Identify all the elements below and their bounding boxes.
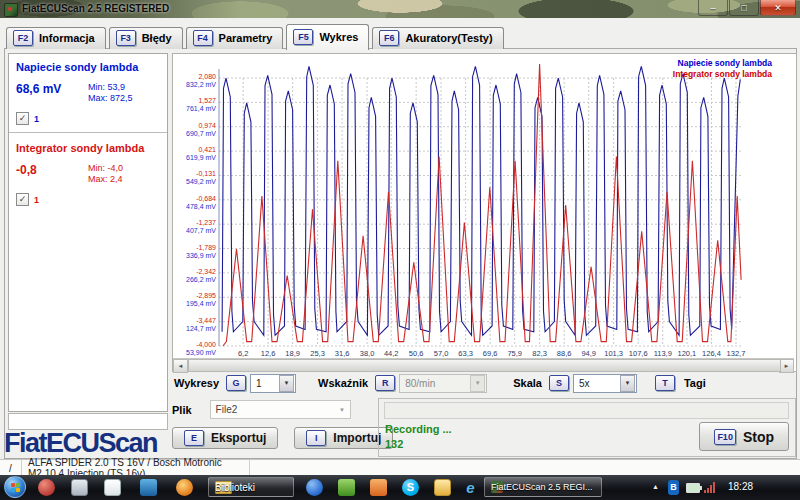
stop-button[interactable]: F10 Stop [699,422,789,451]
tab-bledy[interactable]: F3 Błędy [109,27,183,49]
tray-app-icon-orange[interactable] [370,479,387,496]
t-key-button[interactable]: T [655,375,675,391]
tab-informacja[interactable]: F2 Informacja [6,27,106,49]
stop-label: Stop [743,429,774,445]
divider [9,132,167,133]
internet-explorer-icon[interactable]: e [462,479,479,496]
pinned-app-icon-window[interactable] [71,479,88,496]
y-tick-blue: 266,2 mV [186,276,216,283]
start-button[interactable] [4,476,26,498]
maximize-button[interactable]: □ [729,0,759,16]
indicator-select[interactable]: 80/min ▼ [399,374,487,393]
y-tick-blue: 336,9 mV [186,252,216,259]
y-tick-blue: 195,4 mV [186,300,216,307]
y-tick-red: -0,684 [196,195,216,202]
folder-app-icon[interactable] [434,479,451,496]
x-tick-label: 31,6 [335,349,350,358]
app-icon [4,3,18,17]
recording-status: Recording ... [385,423,452,435]
minimize-button[interactable]: – [698,0,728,16]
y-tick-red: -2,895 [196,292,216,299]
tab-label: Wykres [319,31,358,43]
x-tick-label: 50,6 [409,349,424,358]
indicator-value: 80/min [405,378,435,389]
s-key-button[interactable]: S [549,375,569,391]
tray-app-icon-green[interactable] [338,479,355,496]
channel-label: 1 [34,114,39,124]
close-button[interactable]: ✕ [760,0,796,16]
windows-flag-icon [11,483,20,492]
g-key-button[interactable]: G [226,375,246,391]
pinned-app-icon-red[interactable] [38,479,55,496]
param-max: Max: 2,4 [88,174,123,185]
recording-count: 132 [385,438,403,450]
legend-integrator: Integrator sondy lambda [673,69,772,80]
tab-parametry[interactable]: F4 Parametry [186,27,284,49]
channel-checkbox[interactable]: ✓ [16,193,29,206]
pinned-app-icon-document[interactable] [104,479,121,496]
chevron-down-icon: ▼ [279,375,294,392]
window-controls: – □ ✕ [697,0,796,16]
import-label: Importuj [333,431,381,445]
battery-icon[interactable] [686,483,700,493]
scrollbar-thumb[interactable] [188,359,781,372]
channel-label: 1 [34,195,39,205]
file-select[interactable]: File2 ▼ [210,400,351,419]
progress-bar [384,402,789,419]
param-max: Max: 872,5 [88,93,133,104]
tray-expand-icon[interactable]: ▲ [652,483,659,490]
x-tick-label: 88,6 [557,349,572,358]
export-button[interactable]: E Eksportuj [172,427,278,449]
taskbar-button-label: FiatECUScan 2.5 REGI... [491,482,593,492]
chart-count-select[interactable]: 1 ▼ [250,374,296,393]
series-integrator [223,64,741,346]
tab-label: Informacja [39,32,95,44]
y-tick-red: -2,342 [196,268,216,275]
y-tick-blue: 619,9 mV [186,154,216,161]
y-tick-red: 0,421 [198,146,216,153]
scroll-left-icon[interactable]: ◄ [173,359,188,373]
param-min: Min: 53,9 [88,82,133,93]
tagi-label: Tagi [684,377,706,389]
i-key-icon: I [306,430,326,446]
bluetooth-icon[interactable]: B [668,480,679,495]
chart-controls: Wykresy G 1 ▼ Wskaźnik R 80/min ▼ Skala … [174,372,794,394]
r-key-button[interactable]: R [375,375,395,391]
f6-key-icon: F6 [379,30,399,46]
network-signal-icon[interactable] [704,482,718,493]
chevron-down-icon: ▼ [336,402,349,417]
scrollbar-track[interactable] [188,359,779,371]
y-tick-red: -4,000 [196,341,216,348]
param-min: Min: -4,0 [88,163,123,174]
app-logo: FiatECUScan [4,428,157,459]
chart-panel: 2,080832,2 mV1,527761,4 mV0,974690,7 mV0… [172,53,797,372]
scroll-right-icon[interactable]: ► [779,359,794,373]
tab-wykres[interactable]: F5 Wykres [286,24,369,50]
taskbar-button-fiatecuscan[interactable]: FiatECUScan 2.5 REGI... [484,477,602,497]
y-tick-red: -1,237 [196,219,216,226]
param-value: 68,6 mV [16,82,88,104]
tab-label: Akuratory(Testy) [405,32,492,44]
scale-select[interactable]: 5x ▼ [573,374,637,393]
x-tick-label: 82,3 [532,349,547,358]
taskbar-button-biblioteki[interactable]: Biblioteki [208,477,294,497]
pinned-app-icon-orange[interactable] [176,479,193,496]
param-integrator-sondy-lambda: Integrator sondy lambda -0,8 Min: -4,0 M… [9,135,167,211]
tray-app-icon-clock[interactable] [306,479,323,496]
tab-akuratory[interactable]: F6 Akuratory(Testy) [372,27,503,49]
y-tick-red: -1,789 [196,244,216,251]
skype-icon[interactable]: S [402,479,419,496]
title-bar: FiatECUScan 2.5 REGISTERED – □ ✕ [0,0,800,18]
taskbar-clock[interactable]: 18:28 [728,481,753,492]
chart-scrollbar[interactable]: ◄ ► [173,358,794,371]
x-tick-label: 25,3 [310,349,325,358]
y-tick-red: -0,131 [196,170,216,177]
x-tick-label: 126,4 [702,349,721,358]
chevron-down-icon: ▼ [620,375,635,392]
x-tick-label: 113,9 [654,349,672,358]
channel-checkbox[interactable]: ✓ [16,112,29,125]
pinned-app-icon-blue[interactable] [140,479,157,496]
e-key-icon: E [184,430,204,446]
wykresy-label: Wykresy [174,377,219,389]
y-tick-blue: 124,7 mV [186,325,216,332]
